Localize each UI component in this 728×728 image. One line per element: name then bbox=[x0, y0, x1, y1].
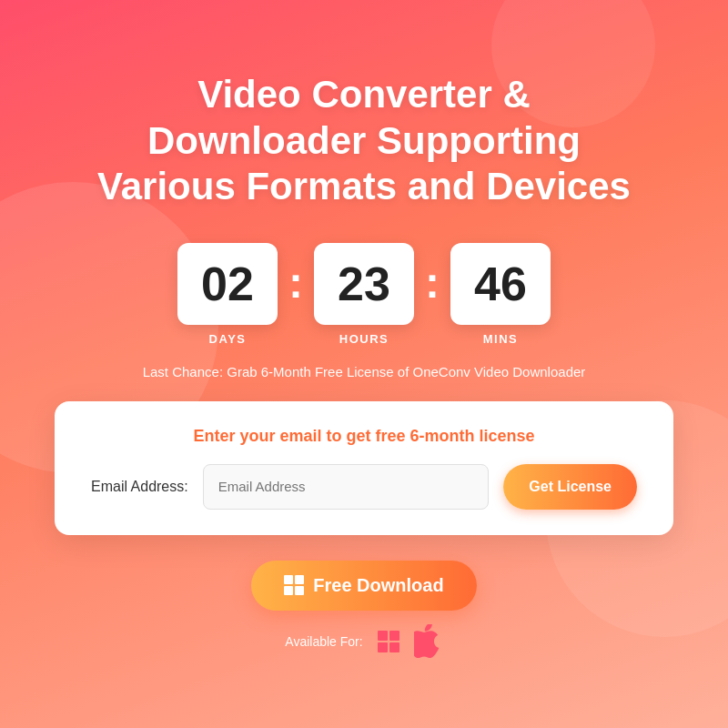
countdown-mins-box: 46 bbox=[450, 243, 551, 325]
countdown-row: 02 DAYS : 23 HOURS : 46 MINS bbox=[177, 243, 551, 346]
email-form-row: Email Address: Get License bbox=[91, 464, 637, 510]
email-input[interactable] bbox=[203, 464, 490, 510]
countdown-days-label: DAYS bbox=[209, 332, 247, 346]
available-row: Available For: bbox=[285, 627, 442, 656]
free-download-button[interactable]: Free Download bbox=[251, 561, 476, 611]
email-label: Email Address: bbox=[91, 479, 188, 495]
colon-1: : bbox=[288, 261, 303, 305]
email-card-title: Enter your email to get free 6-month lic… bbox=[91, 427, 637, 446]
colon-2: : bbox=[425, 261, 440, 305]
email-title-highlight: 6-month bbox=[410, 427, 475, 445]
email-title-end: license bbox=[475, 427, 535, 445]
free-download-label: Free Download bbox=[313, 575, 443, 596]
apple-logo bbox=[414, 624, 443, 658]
windows-icon bbox=[284, 575, 304, 595]
windows-platform-icon bbox=[374, 627, 403, 656]
windows-logo bbox=[378, 631, 399, 652]
page-title: Video Converter & Downloader Supporting … bbox=[97, 72, 631, 209]
countdown-hours-box: 23 bbox=[314, 243, 414, 325]
email-card: Enter your email to get free 6-month lic… bbox=[55, 401, 673, 535]
page-wrapper: Video Converter & Downloader Supporting … bbox=[0, 0, 728, 728]
title-line2: Downloader Supporting bbox=[147, 119, 581, 162]
countdown-mins: 46 MINS bbox=[450, 243, 551, 346]
countdown-days: 02 DAYS bbox=[177, 243, 278, 346]
title-line1: Video Converter & bbox=[197, 73, 531, 116]
available-label: Available For: bbox=[285, 634, 362, 649]
title-line3: Various Formats and Devices bbox=[97, 165, 631, 207]
countdown-hours: 23 HOURS bbox=[314, 243, 414, 346]
get-license-button[interactable]: Get License bbox=[503, 464, 637, 510]
email-title-normal: Enter your email to get free bbox=[193, 427, 410, 445]
countdown-days-box: 02 bbox=[177, 243, 278, 325]
countdown-mins-label: MINS bbox=[483, 332, 519, 346]
last-chance-text: Last Chance: Grab 6-Month Free License o… bbox=[143, 364, 586, 379]
countdown-hours-label: HOURS bbox=[339, 332, 389, 346]
mac-platform-icon bbox=[414, 627, 443, 656]
